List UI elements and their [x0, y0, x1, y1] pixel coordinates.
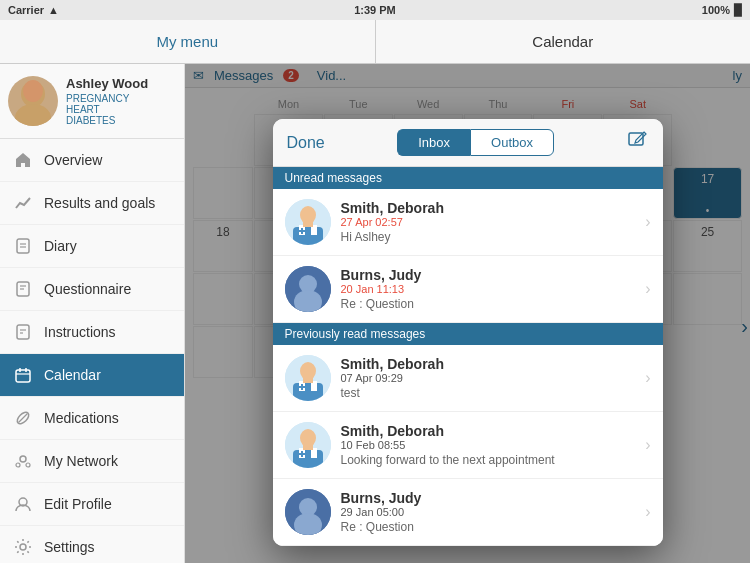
svg-rect-40: [293, 383, 323, 401]
svg-rect-32: [303, 219, 313, 227]
settings-icon: [12, 536, 34, 558]
modal-tabs: Inbox Outbox: [339, 129, 613, 156]
done-button[interactable]: Done: [287, 134, 325, 152]
message-content: Smith, Deborah 07 Apr 09:29 test: [341, 356, 636, 400]
sidebar-item-my-network[interactable]: My Network: [0, 440, 184, 483]
message-sender: Burns, Judy: [341, 490, 636, 506]
nav-label-diary: Diary: [44, 238, 77, 254]
sidebar-item-calendar[interactable]: Calendar: [0, 354, 184, 397]
chart-icon: [12, 192, 34, 214]
sidebar-item-instructions[interactable]: Instructions: [0, 311, 184, 354]
nav-label-overview: Overview: [44, 152, 102, 168]
svg-point-22: [20, 544, 26, 550]
sidebar: Ashley Wood PREGNANCY HEART DIABETES Ove…: [0, 64, 185, 563]
message-item[interactable]: Smith, Deborah 27 Apr 02:57 Hi Aslhey ›: [273, 189, 663, 256]
message-avatar: [285, 199, 331, 245]
message-date: 29 Jan 05:00: [341, 506, 636, 518]
wifi-icon: ▲: [48, 4, 59, 16]
message-item[interactable]: Burns, Judy 29 Jan 05:00 Re : Question ›: [273, 479, 663, 546]
nav-label-results-goals: Results and goals: [44, 195, 155, 211]
svg-rect-9: [17, 325, 29, 339]
sidebar-item-questionnaire[interactable]: Questionnaire: [0, 268, 184, 311]
nav-label-medications: Medications: [44, 410, 119, 426]
sidebar-item-settings[interactable]: Settings: [0, 526, 184, 563]
sidebar-item-results-goals[interactable]: Results and goals: [0, 182, 184, 225]
user-tag-pregnancy: PREGNANCY: [66, 93, 148, 104]
tab-outbox[interactable]: Outbox: [470, 129, 554, 156]
sidebar-item-overview[interactable]: Overview: [0, 139, 184, 182]
battery-icon: ▉: [734, 4, 742, 17]
message-sender: Smith, Deborah: [341, 356, 636, 372]
message-preview: Re : Question: [341, 520, 636, 534]
message-item[interactable]: Smith, Deborah 07 Apr 09:29 test ›: [273, 345, 663, 412]
sidebar-nav: Overview Results and goals: [0, 139, 184, 563]
svg-rect-43: [303, 375, 313, 383]
compose-button[interactable]: [627, 129, 649, 156]
avatar: [8, 76, 58, 126]
tab-my-menu[interactable]: My menu: [0, 20, 376, 63]
svg-point-18: [20, 456, 26, 462]
read-section-header: Previously read messages: [273, 323, 663, 345]
status-bar-right: 100% ▉: [702, 4, 742, 17]
chevron-right-icon: ›: [645, 213, 650, 231]
message-date: 10 Feb 08:55: [341, 439, 636, 451]
nav-label-questionnaire: Questionnaire: [44, 281, 131, 297]
svg-point-20: [26, 463, 30, 467]
message-preview: Looking forward to the next appointment: [341, 453, 636, 467]
status-bar-left: Carrier ▲: [8, 4, 59, 16]
message-sender: Smith, Deborah: [341, 200, 636, 216]
status-bar: Carrier ▲ 1:39 PM 100% ▉: [0, 0, 750, 20]
svg-point-1: [15, 104, 51, 126]
message-avatar: [285, 355, 331, 401]
message-date: 07 Apr 09:29: [341, 372, 636, 384]
chevron-right-icon: ›: [645, 369, 650, 387]
nav-label-calendar: Calendar: [44, 367, 101, 383]
chevron-right-icon: ›: [645, 280, 650, 298]
unread-message-list: Smith, Deborah 27 Apr 02:57 Hi Aslhey ›: [273, 189, 663, 323]
chevron-right-icon: ›: [645, 436, 650, 454]
time-label: 1:39 PM: [354, 4, 396, 16]
chevron-right-icon: ›: [645, 503, 650, 521]
message-content: Smith, Deborah 10 Feb 08:55 Looking forw…: [341, 423, 636, 467]
sidebar-item-medications[interactable]: Medications: [0, 397, 184, 440]
main-layout: Ashley Wood PREGNANCY HEART DIABETES Ove…: [0, 64, 750, 563]
svg-rect-48: [293, 450, 323, 468]
edit-profile-icon: [12, 493, 34, 515]
message-avatar: [285, 266, 331, 312]
medications-icon: [12, 407, 34, 429]
message-date: 27 Apr 02:57: [341, 216, 636, 228]
nav-label-settings: Settings: [44, 539, 95, 555]
message-avatar: [285, 489, 331, 535]
status-bar-center: 1:39 PM: [354, 4, 396, 16]
svg-rect-29: [293, 227, 323, 245]
tab-bar: My menu Calendar: [0, 20, 750, 64]
calendar-icon: [12, 364, 34, 386]
modal-overlay: Done Inbox Outbox Unread messages: [185, 64, 750, 563]
nav-label-instructions: Instructions: [44, 324, 116, 340]
diary-icon: [12, 235, 34, 257]
svg-point-2: [23, 80, 43, 102]
svg-rect-12: [16, 370, 30, 382]
user-tag-diabetes: DIABETES: [66, 115, 148, 126]
home-icon: [12, 149, 34, 171]
message-date: 20 Jan 11:13: [341, 283, 636, 295]
messages-modal: Done Inbox Outbox Unread messages: [273, 119, 663, 546]
read-message-list: Smith, Deborah 07 Apr 09:29 test ›: [273, 345, 663, 546]
battery-label: 100%: [702, 4, 730, 16]
message-preview: Re : Question: [341, 297, 636, 311]
message-sender: Burns, Judy: [341, 267, 636, 283]
sidebar-item-diary[interactable]: Diary: [0, 225, 184, 268]
message-avatar: [285, 422, 331, 468]
carrier-label: Carrier: [8, 4, 44, 16]
nav-label-edit-profile: Edit Profile: [44, 496, 112, 512]
svg-point-19: [16, 463, 20, 467]
message-item[interactable]: Smith, Deborah 10 Feb 08:55 Looking forw…: [273, 412, 663, 479]
message-item[interactable]: Burns, Judy 20 Jan 11:13 Re : Question ›: [273, 256, 663, 323]
tab-inbox[interactable]: Inbox: [397, 129, 470, 156]
user-tag-heart: HEART: [66, 104, 148, 115]
questionnaire-icon: [12, 278, 34, 300]
network-icon: [12, 450, 34, 472]
message-sender: Smith, Deborah: [341, 423, 636, 439]
tab-calendar[interactable]: Calendar: [376, 20, 751, 63]
sidebar-item-edit-profile[interactable]: Edit Profile: [0, 483, 184, 526]
